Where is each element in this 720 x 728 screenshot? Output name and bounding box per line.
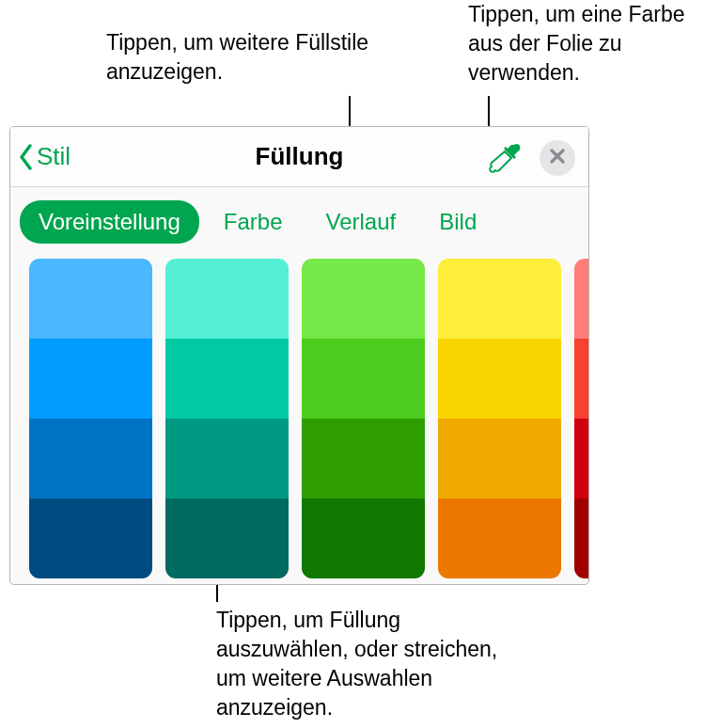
color-swatch[interactable] bbox=[302, 499, 425, 578]
color-swatch[interactable] bbox=[29, 259, 152, 339]
eyedropper-button[interactable] bbox=[489, 142, 521, 178]
close-icon bbox=[550, 149, 565, 167]
callout-eyedropper-hint: Tippen, um eine Farbe aus der Folie zu v… bbox=[468, 0, 712, 87]
back-button[interactable]: Stil bbox=[18, 142, 70, 171]
swatch-scroller[interactable] bbox=[10, 259, 588, 585]
tab-preset[interactable]: Voreinstellung bbox=[20, 200, 199, 244]
color-swatch[interactable] bbox=[438, 259, 561, 339]
swatch-column bbox=[438, 259, 561, 578]
panel-header: Stil Füllung bbox=[10, 127, 588, 187]
swatch-column bbox=[574, 259, 588, 578]
eyedropper-icon bbox=[489, 161, 521, 177]
swatch-column bbox=[29, 259, 152, 578]
color-swatch[interactable] bbox=[302, 339, 425, 419]
color-swatch[interactable] bbox=[165, 339, 289, 419]
panel-title: Füllung bbox=[256, 142, 344, 171]
tab-gradient[interactable]: Verlauf bbox=[306, 200, 415, 244]
callout-swatch-hint: Tippen, um Füllung auszuwählen, oder str… bbox=[216, 606, 498, 722]
color-swatch[interactable] bbox=[574, 339, 588, 419]
close-button[interactable] bbox=[540, 140, 575, 176]
tab-color[interactable]: Farbe bbox=[205, 200, 302, 244]
color-swatch[interactable] bbox=[302, 419, 425, 499]
color-swatch[interactable] bbox=[165, 419, 289, 499]
color-swatch[interactable] bbox=[438, 499, 561, 578]
color-swatch[interactable] bbox=[29, 419, 152, 499]
color-swatch[interactable] bbox=[165, 499, 289, 578]
color-swatch[interactable] bbox=[302, 259, 425, 339]
callout-tabs-hint: Tippen, um weitere Füllstile anzuzeigen. bbox=[106, 28, 369, 87]
color-swatch[interactable] bbox=[29, 499, 152, 578]
color-swatch[interactable] bbox=[438, 339, 561, 419]
swatch-column bbox=[165, 259, 289, 578]
color-swatch[interactable] bbox=[165, 259, 289, 339]
color-swatch[interactable] bbox=[29, 339, 152, 419]
color-swatch[interactable] bbox=[574, 419, 588, 499]
fill-panel: Stil Füllung Voreinstellung Farbe Verlau… bbox=[9, 126, 589, 585]
swatch-column bbox=[302, 259, 425, 578]
color-swatch[interactable] bbox=[574, 499, 588, 578]
color-swatch[interactable] bbox=[574, 259, 588, 339]
color-swatch[interactable] bbox=[438, 419, 561, 499]
fill-tabs: Voreinstellung Farbe Verlauf Bild bbox=[10, 187, 588, 259]
tab-image[interactable]: Bild bbox=[420, 200, 495, 244]
chevron-left-icon bbox=[18, 143, 35, 171]
back-label: Stil bbox=[37, 142, 70, 171]
